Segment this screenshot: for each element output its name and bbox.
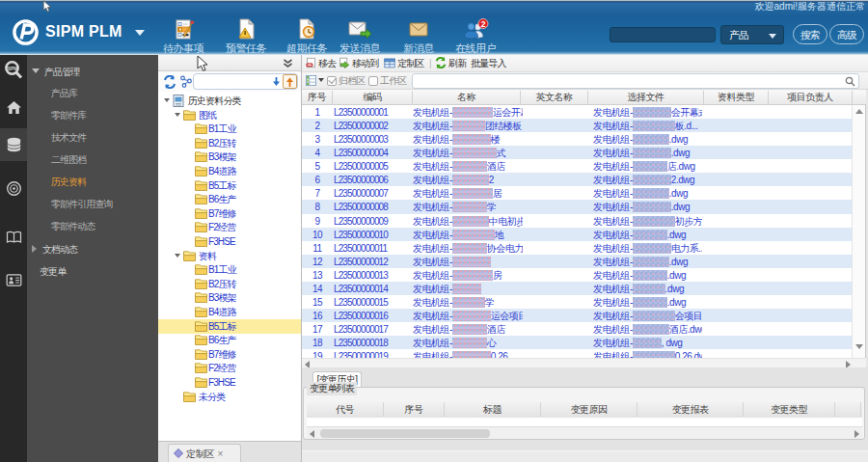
svg-text:2: 2 bbox=[481, 19, 486, 29]
svg-text:SIPM: SIPM bbox=[7, 67, 17, 71]
